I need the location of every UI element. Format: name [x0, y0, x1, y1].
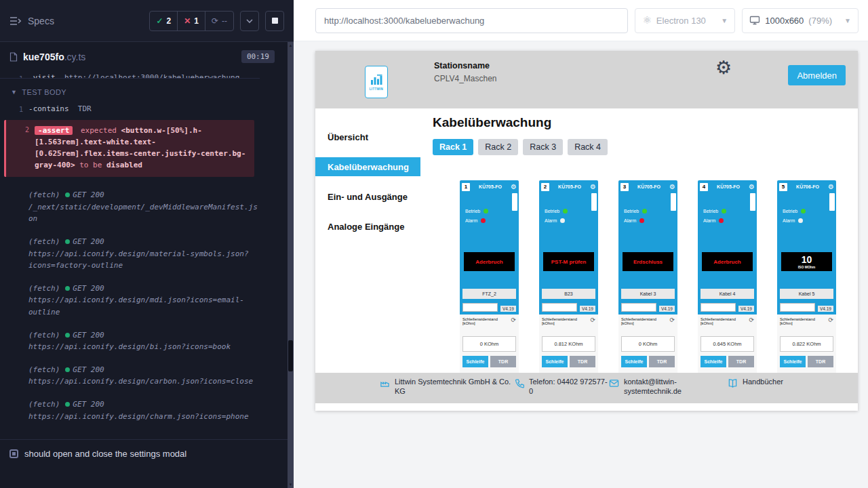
tab-rack-2[interactable]: Rack 2: [478, 139, 518, 155]
refresh-icon[interactable]: ⟳: [749, 317, 754, 323]
reporter-scrollbar[interactable]: ▲ ▼: [288, 42, 294, 488]
firmware-version: V4.19: [818, 306, 833, 312]
card-gear-icon[interactable]: ⚙: [511, 184, 517, 190]
betrieb-led: [642, 209, 647, 214]
status-message: Aderbruch: [702, 252, 753, 271]
pending-count: --: [222, 16, 227, 26]
tdr-button[interactable]: TDR: [490, 356, 516, 367]
stop-icon: [272, 18, 278, 24]
logout-button[interactable]: Abmelden: [788, 65, 846, 85]
card-scrollbar[interactable]: [671, 193, 676, 211]
footer-manuals-link[interactable]: Handbücher: [728, 378, 783, 403]
nav-item-ein-und-ausgaenge[interactable]: Ein- und Ausgänge: [315, 187, 420, 206]
spec-name: kue705fo.cy.ts: [23, 52, 85, 62]
nav-item-uebersicht[interactable]: Übersicht: [315, 127, 420, 146]
cable-name-input[interactable]: [701, 303, 736, 312]
nav-item-kabelueberwachung[interactable]: Kabelüberwachung: [315, 157, 420, 176]
specs-list-icon[interactable]: [9, 16, 22, 26]
assert-to-be: to be: [79, 161, 102, 169]
refresh-icon: ⟳: [212, 16, 218, 26]
schleife-button[interactable]: Schleife: [780, 356, 806, 367]
tab-rack-4[interactable]: Rack 4: [568, 139, 608, 155]
email-icon: [609, 378, 619, 403]
tab-rack-3[interactable]: Rack 3: [523, 139, 563, 155]
fetch-log-row[interactable]: (fetch)GET 200 https://api.iconify.desig…: [0, 393, 260, 428]
alarm-led: [719, 218, 724, 223]
card-model: KÜ705-FO: [551, 184, 588, 189]
footer-phone: Telefon: 04402 972577-0: [514, 378, 609, 403]
viewport-select[interactable]: 1000x660 (79%) ▼: [742, 8, 859, 33]
passed-count: 2: [167, 16, 172, 26]
tdr-button[interactable]: TDR: [728, 356, 754, 367]
next-test-row[interactable]: should open and close the settings modal: [0, 439, 288, 468]
browser-select[interactable]: ⚛ Electron 130 ▼: [635, 8, 735, 33]
book-icon: [728, 378, 738, 403]
firmware-version: V4.19: [580, 306, 595, 312]
fetch-log-row[interactable]: (fetch)GET 200 https://api.iconify.desig…: [0, 277, 260, 324]
cross-icon: ✕: [184, 16, 191, 26]
tdr-button[interactable]: TDR: [808, 356, 833, 367]
cable-name-input[interactable]: [542, 303, 577, 312]
command-contains[interactable]: 1 contains TDR: [0, 102, 260, 116]
tdr-button[interactable]: TDR: [649, 356, 675, 367]
test-icon: [9, 449, 18, 458]
firmware-version: V4.19: [738, 306, 754, 312]
card-scrollbar[interactable]: [512, 193, 517, 211]
card-gear-icon[interactable]: ⚙: [828, 184, 834, 190]
refresh-icon[interactable]: ⟳: [669, 317, 675, 323]
refresh-icon[interactable]: ⟳: [511, 317, 516, 323]
schleife-button[interactable]: Schleife: [701, 356, 726, 367]
schleife-button[interactable]: Schleife: [542, 356, 568, 367]
card-scrollbar[interactable]: [829, 193, 835, 211]
cable-name-input[interactable]: [780, 303, 815, 312]
refresh-icon[interactable]: ⟳: [590, 317, 595, 323]
stop-button[interactable]: [265, 11, 284, 31]
card-gear-icon[interactable]: ⚙: [590, 184, 596, 190]
fetch-log-row[interactable]: (fetch)GET 200 https://api.iconify.desig…: [0, 359, 260, 393]
refresh-icon[interactable]: ⟳: [828, 317, 833, 323]
fetch-url: https://api.iconify.design/carbon.json?i…: [28, 375, 253, 388]
resistance-value: 0 KOhm: [462, 336, 516, 352]
cable-name-input[interactable]: [621, 303, 656, 312]
resistance-value: 0 KOhm: [621, 336, 675, 352]
specs-label[interactable]: Specs: [28, 16, 54, 26]
nav-item-analoge-eingaenge[interactable]: Analoge Eingänge: [315, 217, 420, 236]
scroll-up-icon[interactable]: ▲: [288, 43, 294, 47]
iso-value: 10: [802, 255, 812, 264]
app-under-test: LITTWIN Stationsname CPLV4_Maschen ⚙ Abm…: [315, 51, 858, 411]
stat-failed[interactable]: ✕ 1: [178, 12, 205, 30]
collapse-button[interactable]: [240, 11, 259, 31]
stat-passed[interactable]: ✓ 2: [150, 12, 178, 30]
stat-pending[interactable]: ⟳ --: [205, 12, 233, 30]
status-ok-dot: [65, 402, 70, 407]
cable-name-input[interactable]: [462, 303, 498, 312]
card-number: 5: [779, 183, 787, 191]
footer-email[interactable]: kontakt@littwin-systemtechnik.de: [609, 378, 728, 403]
fetch-log-row[interactable]: (fetch)GET 200 /_next/static/development…: [0, 184, 260, 230]
command-assert-failed[interactable]: 2 assert expected <button.w-[50%].h-[1.5…: [4, 120, 254, 177]
url-input[interactable]: http://localhost:3000/kabelueberwachung: [315, 8, 628, 33]
firmware-version: V4.19: [659, 306, 675, 312]
command-visit[interactable]: 1 visit http://localhost:3000/kabelueber…: [0, 68, 260, 79]
spec-timer: 00:19: [241, 50, 275, 63]
card-scrollbar[interactable]: [591, 193, 597, 211]
card-scrollbar[interactable]: [750, 193, 755, 211]
test-body-section[interactable]: ▼ TEST BODY: [0, 80, 260, 102]
tdr-button[interactable]: TDR: [570, 356, 595, 367]
check-icon: ✓: [156, 16, 163, 26]
schleife-button[interactable]: Schleife: [462, 356, 488, 367]
card-gear-icon[interactable]: ⚙: [669, 184, 675, 190]
station-label: Stationsname: [434, 61, 497, 70]
betrieb-led: [722, 209, 726, 214]
settings-gear-icon[interactable]: ⚙: [715, 59, 732, 77]
card-gear-icon[interactable]: ⚙: [749, 184, 755, 190]
scroll-down-icon[interactable]: ▼: [288, 483, 294, 487]
fetch-log-row[interactable]: (fetch)GET 200 https://api.iconify.desig…: [0, 324, 260, 359]
next-test-title: should open and close the settings modal: [24, 449, 186, 459]
app-body: Übersicht Kabelüberwachung Ein- und Ausg…: [315, 108, 858, 373]
fetch-log-row[interactable]: (fetch)GET 200 https://api.iconify.desig…: [0, 230, 260, 277]
scrollbar-thumb[interactable]: [288, 340, 293, 371]
test-stats[interactable]: ✓ 2 ✕ 1 ⟳ --: [149, 11, 234, 31]
tab-rack-1[interactable]: Rack 1: [433, 139, 473, 155]
schleife-button[interactable]: Schleife: [621, 356, 647, 367]
